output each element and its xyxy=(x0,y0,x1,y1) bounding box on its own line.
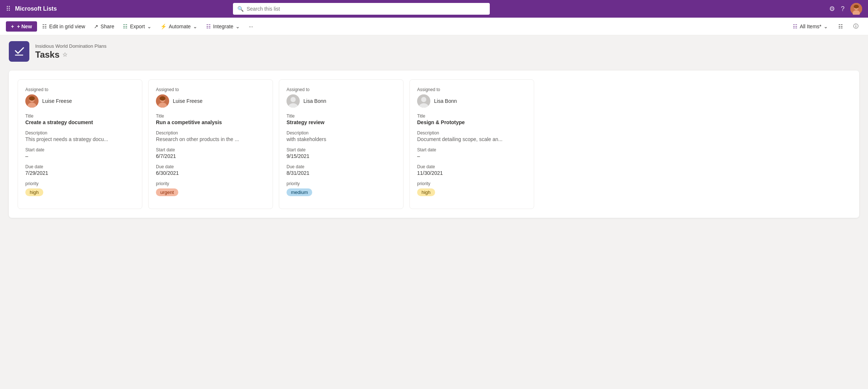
description-field: Description This project needs a strateg… xyxy=(25,130,135,142)
share-button[interactable]: ↗ Share xyxy=(90,21,118,32)
list-icon xyxy=(9,41,29,62)
help-icon-button[interactable]: ? xyxy=(841,5,845,13)
title-label: Title xyxy=(25,114,135,119)
svg-point-16 xyxy=(421,97,426,102)
description-value: Research on other products in the ... xyxy=(156,136,265,142)
priority-field: priority medium xyxy=(287,181,396,196)
start-date-field: Start date – xyxy=(417,147,526,159)
assigned-section: Assigned to Lisa Bonn xyxy=(417,87,526,108)
priority-label: priority xyxy=(25,181,135,186)
filter-button[interactable]: ☷ xyxy=(835,21,847,32)
task-card: Assigned to Lisa Bonn Title Strategy rev… xyxy=(279,79,404,209)
start-date-label: Start date xyxy=(25,147,135,152)
title-value: Create a strategy document xyxy=(25,119,135,125)
title-field: Title Run a competitive analysis xyxy=(156,114,265,125)
title-value: Strategy review xyxy=(287,119,396,125)
favorite-star-icon[interactable]: ☆ xyxy=(62,51,68,58)
assigned-section: Assigned to Luise Freese xyxy=(25,87,135,108)
grid-icon: ☷ xyxy=(42,24,47,29)
due-date-field: Due date 6/30/2021 xyxy=(156,164,265,176)
priority-badge: high xyxy=(417,188,435,196)
toolbar: + + New ☷ Edit in grid view ↗ Share ☷ Ex… xyxy=(0,18,868,35)
start-date-field: Start date – xyxy=(25,147,135,159)
title-field: Title Strategy review xyxy=(287,114,396,125)
automate-button[interactable]: ⚡ Automate ⌄ xyxy=(157,21,201,32)
assigned-label: Assigned to xyxy=(25,87,135,92)
start-date-field: Start date 6/7/2021 xyxy=(156,147,265,159)
priority-badge: urgent xyxy=(156,188,178,196)
title-value: Run a competitive analysis xyxy=(156,119,265,125)
due-date-value: 6/30/2021 xyxy=(156,170,265,176)
description-field: Description Document detailing scope, sc… xyxy=(417,130,526,142)
title-field: Title Design & Prototype xyxy=(417,114,526,125)
priority-field: priority urgent xyxy=(156,181,265,196)
start-date-label: Start date xyxy=(287,147,396,152)
info-icon: ⓘ xyxy=(853,23,858,30)
due-date-label: Due date xyxy=(25,164,135,169)
settings-icon-button[interactable]: ⚙ xyxy=(829,5,835,13)
info-button[interactable]: ⓘ xyxy=(850,21,862,32)
user-avatar[interactable] xyxy=(850,3,862,15)
assigned-label: Assigned to xyxy=(417,87,526,92)
priority-label: priority xyxy=(417,181,526,186)
export-icon: ☷ xyxy=(123,24,128,29)
export-button[interactable]: ☷ Export ⌄ xyxy=(119,21,155,32)
start-date-field: Start date 9/15/2021 xyxy=(287,147,396,159)
share-icon: ↗ xyxy=(94,24,98,29)
search-input[interactable] xyxy=(247,6,485,12)
person-name: Lisa Bonn xyxy=(434,98,457,104)
start-date-label: Start date xyxy=(417,147,526,152)
svg-point-7 xyxy=(29,96,35,101)
due-date-value: 11/30/2021 xyxy=(417,170,526,176)
description-value: with stakeholders xyxy=(287,136,396,142)
list-parent: Insidious World Domination Plans xyxy=(35,43,106,49)
svg-point-11 xyxy=(160,96,165,101)
due-date-field: Due date 7/29/2021 xyxy=(25,164,135,176)
page-header: Insidious World Domination Plans Tasks ☆ xyxy=(0,35,868,65)
due-date-field: Due date 8/31/2021 xyxy=(287,164,396,176)
priority-badge: medium xyxy=(287,188,312,196)
start-date-label: Start date xyxy=(156,147,265,152)
integrate-button[interactable]: ☷ Integrate ⌄ xyxy=(203,21,244,32)
priority-label: priority xyxy=(287,181,396,186)
svg-point-3 xyxy=(854,5,859,8)
card-avatar xyxy=(25,94,39,108)
page-header-text: Insidious World Domination Plans Tasks ☆ xyxy=(35,43,106,60)
all-items-button[interactable]: ☷ All Items* ⌄ xyxy=(789,21,832,32)
integrate-icon: ☷ xyxy=(206,24,211,29)
person-name: Luise Freese xyxy=(173,98,203,104)
title-label: Title xyxy=(287,114,396,119)
card-avatar xyxy=(417,94,430,108)
priority-label: priority xyxy=(156,181,265,186)
card-avatar xyxy=(287,94,300,108)
top-nav: ⠿ Microsoft Lists 🔍 ⚙ ? xyxy=(0,0,868,18)
title-label: Title xyxy=(156,114,265,119)
description-label: Description xyxy=(287,130,396,136)
due-date-value: 8/31/2021 xyxy=(287,170,396,176)
top-nav-right: ⚙ ? xyxy=(829,3,862,15)
list-title: Tasks xyxy=(35,50,59,60)
person-name: Luise Freese xyxy=(42,98,72,104)
description-label: Description xyxy=(156,130,265,136)
new-button[interactable]: + + New xyxy=(6,21,37,32)
edit-grid-button[interactable]: ☷ Edit in grid view xyxy=(39,21,89,32)
plus-icon: + xyxy=(11,24,14,29)
start-date-value: – xyxy=(417,153,526,159)
due-date-label: Due date xyxy=(156,164,265,169)
description-label: Description xyxy=(25,130,135,136)
view-icon: ☷ xyxy=(793,24,798,29)
task-card: Assigned to Luise Freese Title Create a … xyxy=(18,79,142,209)
task-card: Assigned to Luise Freese Title Run a com… xyxy=(148,79,273,209)
export-chevron-icon: ⌄ xyxy=(147,24,152,29)
title-label: Title xyxy=(417,114,526,119)
more-button[interactable]: ··· xyxy=(245,21,257,32)
task-card: Assigned to Lisa Bonn Title Design & Pro… xyxy=(409,79,534,209)
automate-icon: ⚡ xyxy=(160,24,167,29)
app-grid-icon[interactable]: ⠿ xyxy=(6,5,11,13)
description-value: This project needs a strategy docu... xyxy=(25,136,135,142)
start-date-value: 9/15/2021 xyxy=(287,153,396,159)
automate-chevron-icon: ⌄ xyxy=(193,24,197,29)
toolbar-right: ☷ All Items* ⌄ ☷ ⓘ xyxy=(789,21,862,32)
due-date-value: 7/29/2021 xyxy=(25,170,135,176)
assigned-section: Assigned to Luise Freese xyxy=(156,87,265,108)
